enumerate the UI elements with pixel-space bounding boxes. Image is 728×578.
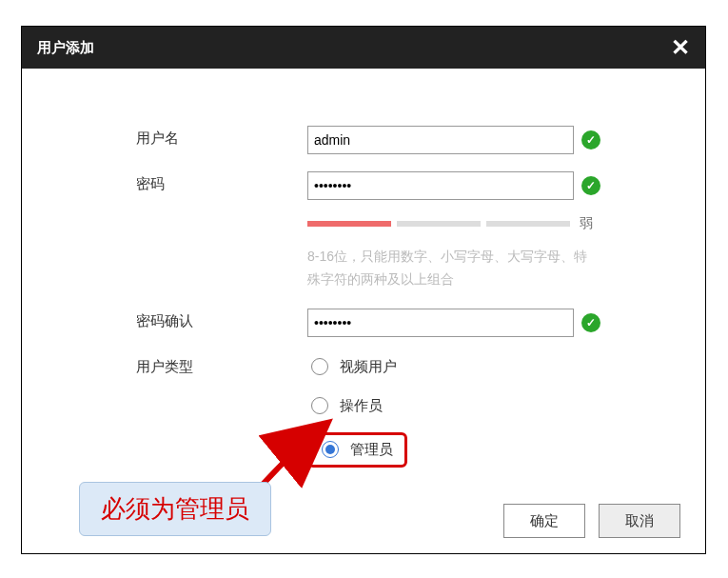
strength-seg-3 [486, 221, 570, 227]
radio-admin[interactable]: 管理员 [318, 439, 397, 461]
radio-label: 视频用户 [340, 358, 397, 376]
label-username: 用户名 [136, 126, 307, 148]
label-password-confirm: 密码确认 [136, 309, 307, 330]
strength-seg-2 [397, 221, 481, 227]
radio-video-user[interactable]: 视频用户 [307, 354, 407, 380]
row-password-confirm: 密码确认 ✓ [136, 309, 667, 337]
input-username[interactable] [307, 126, 574, 154]
check-icon: ✓ [581, 313, 600, 332]
row-user-type: 用户类型 视频用户 操作员 管理员 [136, 354, 667, 468]
strength-label: 弱 [580, 215, 593, 232]
radio-label: 操作员 [340, 397, 383, 415]
strength-bar [307, 221, 570, 227]
cancel-button[interactable]: 取消 [599, 504, 680, 538]
password-hint: 8-16位，只能用数字、小写字母、大写字母、特殊字符的两种及以上组合 [307, 246, 593, 291]
dialog-header: 用户添加 ✕ [22, 27, 705, 69]
radio-icon [311, 358, 328, 375]
ok-button[interactable]: 确定 [503, 504, 585, 538]
add-user-dialog: 用户添加 ✕ 用户名 ✓ 密码 ✓ [21, 26, 706, 554]
radio-operator[interactable]: 操作员 [307, 393, 407, 419]
label-password: 密码 [136, 171, 307, 193]
callout-must-be-admin: 必须为管理员 [79, 482, 271, 536]
strength-seg-1 [307, 221, 391, 227]
input-password-confirm[interactable] [307, 309, 574, 337]
label-user-type: 用户类型 [136, 354, 307, 376]
dialog-title: 用户添加 [37, 39, 94, 57]
row-password: 密码 ✓ 弱 8-16位，只能用数字、小写字母、大写字母、特殊字符的两种及以上组… [136, 171, 667, 291]
callout-text: 必须为管理员 [101, 494, 249, 523]
password-strength: 弱 [307, 215, 593, 232]
highlight-box-admin: 管理员 [307, 432, 407, 468]
dialog-body: 用户名 ✓ 密码 ✓ 弱 [22, 69, 705, 468]
radio-label: 管理员 [350, 441, 393, 459]
input-password[interactable] [307, 171, 574, 200]
dialog-footer: 确定 取消 [503, 504, 680, 538]
radio-group-user-type: 视频用户 操作员 管理员 [307, 354, 407, 468]
check-icon: ✓ [581, 130, 600, 149]
radio-icon [311, 397, 328, 414]
row-username: 用户名 ✓ [136, 126, 667, 154]
close-icon[interactable]: ✕ [671, 34, 690, 61]
check-icon: ✓ [581, 176, 600, 195]
radio-icon [322, 441, 339, 458]
